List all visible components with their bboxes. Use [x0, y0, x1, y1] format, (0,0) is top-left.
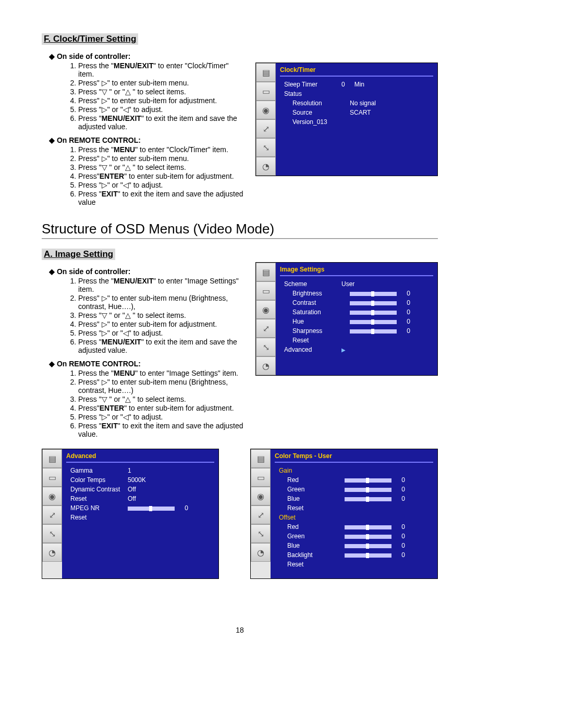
step-item: Press the "MENU" to enter "Image Setting… — [78, 369, 245, 377]
osd-tab-icon[interactable]: ▭ — [251, 468, 271, 487]
osd-tab-icon[interactable]: ▤ — [256, 63, 276, 82]
title-rule — [42, 238, 438, 239]
osd-row[interactable]: ResetOff — [66, 494, 214, 503]
slider-icon[interactable] — [345, 478, 391, 483]
slider-icon[interactable] — [345, 553, 391, 558]
osd-row[interactable]: Sleep Timer0Min — [280, 80, 433, 89]
osd-tab-icon[interactable]: ◉ — [256, 300, 276, 319]
osd-row-label: Red — [287, 523, 345, 530]
step-item: Press "MENU/EXIT" to exit the item and s… — [78, 338, 245, 354]
osd-row[interactable]: Reset — [66, 513, 214, 522]
osd-tab-icon[interactable]: ⤡ — [256, 138, 276, 157]
osd-row-label: MPEG NR — [70, 504, 128, 512]
step-item: Press "▽ " or "△ " to select items. — [78, 88, 245, 96]
osd-tab-icon[interactable]: ▤ — [256, 263, 276, 281]
osd-row[interactable]: Green0 — [275, 532, 433, 541]
osd-row[interactable]: Green0 — [275, 485, 433, 494]
osd-row[interactable]: Hue0 — [280, 317, 433, 326]
osd-tab-icon[interactable]: ⤢ — [251, 505, 271, 524]
osd-row[interactable]: Status — [280, 89, 433, 98]
step-item: Press "▽ " or "△ " to select items. — [78, 395, 245, 403]
osd-row-value: 0 — [350, 318, 429, 325]
osd-row[interactable]: Reset — [275, 503, 433, 513]
slider-icon[interactable] — [350, 311, 397, 315]
osd-tab-icon[interactable]: ⤢ — [256, 119, 276, 138]
osd-row-value: 0 — [345, 551, 429, 559]
step-item: Press" ▷" to enter sub-item for adjustme… — [78, 96, 245, 105]
step-item: Press "▽ " or "△ " to select items. — [78, 311, 245, 319]
osd-tab-icon[interactable]: ◉ — [42, 487, 62, 505]
osd-tab-icon[interactable]: ▭ — [256, 281, 276, 300]
osd-row[interactable]: Saturation0 — [280, 307, 433, 317]
osd-tab-icon[interactable]: ⤢ — [42, 505, 62, 524]
osd-row[interactable]: Version_013 — [280, 117, 433, 127]
osd-tab-icon[interactable]: ⤡ — [256, 338, 276, 356]
slider-icon[interactable] — [350, 292, 397, 296]
osd-row-value: 5000K — [128, 476, 210, 484]
osd-row[interactable]: MPEG NR0 — [66, 503, 214, 513]
osd-tab-icon[interactable]: ◉ — [251, 487, 271, 505]
osd-row[interactable]: Brightness0 — [280, 289, 433, 298]
osd-row-label: Reset — [292, 337, 350, 344]
osd-row-value: 0 — [345, 523, 429, 530]
osd-row[interactable]: Red0 — [275, 522, 433, 532]
slider-icon[interactable] — [345, 497, 391, 501]
osd-row[interactable]: ResolutionNo signal — [280, 98, 433, 108]
slider-icon[interactable] — [345, 488, 391, 492]
osd-row-label: Green — [287, 533, 345, 540]
slider-icon[interactable] — [350, 329, 397, 334]
osd-row[interactable]: Dynamic ContrastOff — [66, 485, 214, 494]
osd-row[interactable]: Gamma1 — [66, 466, 214, 475]
osd-tab-icon[interactable]: ◔ — [256, 157, 276, 176]
step-item: Press "▷" or "◁" to adjust. — [78, 181, 245, 189]
osd-row[interactable]: Reset — [275, 560, 433, 569]
osd-row-label: Reset — [70, 514, 128, 521]
step-item: Press "MENU/EXIT" to exit the item and s… — [78, 114, 245, 131]
step-item: Press"ENTER" to enter sub-item for adjus… — [78, 172, 245, 180]
osd-row[interactable]: Blue0 — [275, 494, 433, 503]
osd-tab-icon[interactable]: ▭ — [42, 468, 62, 487]
osd-tab-icon[interactable]: ▭ — [256, 82, 276, 101]
osd-tab-icon[interactable]: ◉ — [256, 101, 276, 119]
osd-row-label: Hue — [292, 318, 350, 325]
osd-tab-icon[interactable]: ▤ — [251, 449, 271, 468]
osd-row[interactable]: Advanced — [280, 345, 433, 354]
osd-tab-icon[interactable]: ⤡ — [42, 524, 62, 543]
step-item: Press" ▷" to enter sub-item menu (Bright… — [78, 294, 245, 311]
osd-row-label: Sharpness — [292, 327, 350, 335]
osd-row[interactable]: Blue0 — [275, 541, 433, 550]
step-item: Press" ▷" to enter sub-item menu (Bright… — [78, 378, 245, 394]
osd-tab-icon[interactable]: ⤡ — [251, 524, 271, 543]
osd-image-settings: ▤▭◉⤢⤡◔Image SettingsSchemeUserBrightness… — [255, 262, 438, 376]
osd-row[interactable]: Contrast0 — [280, 298, 433, 307]
step-item: Press "EXIT" to exit the item and save t… — [78, 422, 245, 438]
osd-row[interactable]: SchemeUser — [280, 279, 433, 289]
slider-icon[interactable] — [350, 320, 397, 324]
osd-row-value: 0Min — [341, 81, 429, 88]
osd-row-value: User — [341, 280, 429, 288]
section-f-remote-steps: Press the "MENU" to enter "Clock/Timer" … — [57, 145, 245, 206]
slider-icon[interactable] — [350, 301, 397, 305]
osd-tab-icon[interactable]: ◔ — [42, 543, 62, 562]
osd-row-value: 0 — [350, 299, 429, 306]
slider-icon[interactable] — [128, 507, 175, 511]
osd-row-value: 0 — [345, 486, 429, 493]
osd-tab-icon[interactable]: ◔ — [256, 356, 276, 375]
slider-icon[interactable] — [345, 544, 391, 548]
slider-icon[interactable] — [345, 525, 391, 529]
osd-row-label: Source — [292, 109, 350, 116]
slider-icon[interactable] — [345, 535, 391, 539]
osd-row[interactable]: Reset — [280, 336, 433, 345]
osd-row[interactable]: Backlight0 — [275, 550, 433, 560]
osd-row-value: 0 — [345, 542, 429, 549]
osd-row[interactable]: SourceSCART — [280, 108, 433, 117]
osd-row-value — [341, 346, 429, 353]
osd-tab-icon[interactable]: ◔ — [251, 543, 271, 562]
osd-row-label: Color Temps — [70, 476, 128, 484]
osd-row[interactable]: Red0 — [275, 475, 433, 485]
osd-tab-icon[interactable]: ⤢ — [256, 319, 276, 338]
osd-row[interactable]: Color Temps5000K — [66, 475, 214, 485]
osd-tab-icon[interactable]: ▤ — [42, 449, 62, 468]
osd-row[interactable]: Sharpness0 — [280, 326, 433, 336]
osd-row-label: Backlight — [287, 551, 345, 559]
